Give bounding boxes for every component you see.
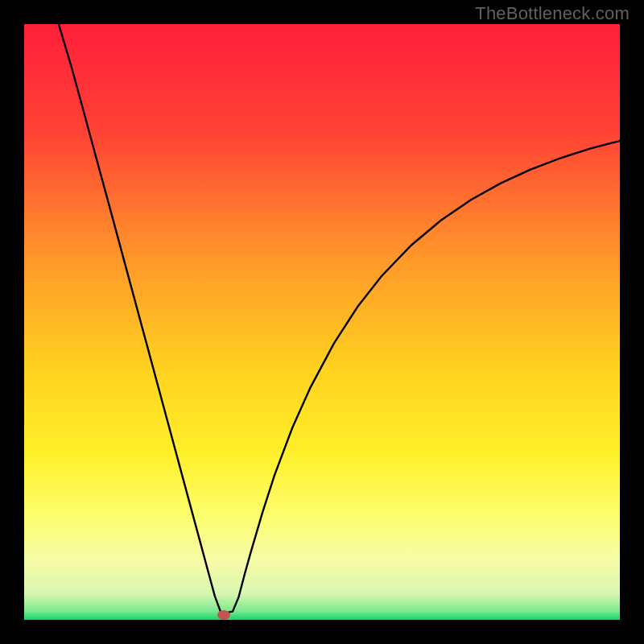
bottleneck-chart xyxy=(24,24,620,620)
watermark-text: TheBottleneck.com xyxy=(475,3,630,24)
chart-frame: TheBottleneck.com xyxy=(0,0,644,644)
plot-background xyxy=(24,24,620,620)
optimal-point-marker xyxy=(217,610,230,620)
